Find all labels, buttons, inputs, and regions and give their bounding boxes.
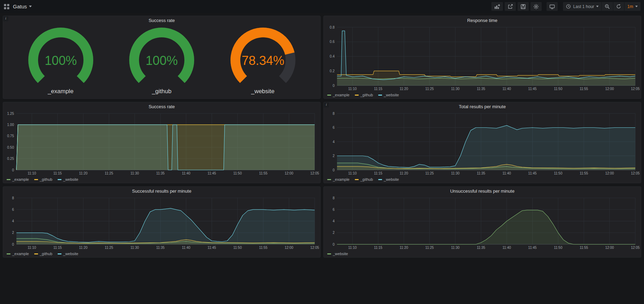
legend-label: _website — [333, 252, 348, 256]
apps-grid-button[interactable] — [3, 3, 10, 10]
navbar-left: Gatus — [3, 3, 32, 10]
gauge-arc: 100% — [118, 27, 205, 88]
legend-item-_example[interactable]: _example — [7, 177, 29, 181]
legend-label: _website — [384, 93, 399, 97]
x-axis-label: 12:00 — [605, 87, 614, 91]
series-area-_website — [337, 210, 635, 244]
gauge-_github: 100%_github — [118, 27, 205, 95]
legend-item-_website[interactable]: _website — [378, 177, 399, 181]
x-axis-label: 11:15 — [53, 246, 62, 250]
legend-item-_website[interactable]: _website — [327, 252, 348, 256]
panel-response-time: Response time 11:1011:1511:2011:2511:301… — [323, 16, 641, 99]
legend-item-_github[interactable]: _github — [355, 177, 373, 181]
x-axis-label: 12:05 — [631, 87, 639, 91]
chart-area[interactable]: 11:1011:1511:2011:2511:3011:3511:4011:45… — [324, 195, 641, 250]
x-axis-label: 11:15 — [374, 246, 383, 250]
x-axis-label: 11:50 — [554, 87, 563, 91]
navbar-right: Last 1 hour 1m — [490, 2, 641, 11]
x-axis-label: 11:15 — [374, 87, 383, 91]
x-axis-label: 12:05 — [631, 246, 639, 250]
legend-item-_example[interactable]: _example — [327, 177, 350, 181]
panel-title[interactable]: Unsuccessful results per minute — [324, 187, 641, 195]
refresh-button[interactable] — [613, 2, 624, 11]
legend-item-_github[interactable]: _github — [34, 252, 52, 256]
chart-legend: _example_github_website — [3, 250, 320, 257]
x-axis-label: 11:25 — [425, 87, 434, 91]
legend-item-_website[interactable]: _website — [378, 93, 399, 97]
panel-success-rate-gauges: i Success rate 100%_example100%_github78… — [3, 16, 321, 99]
x-axis-label: 11:45 — [528, 246, 537, 250]
gauge-label: _example — [48, 88, 74, 95]
x-axis-label: 11:20 — [400, 87, 408, 91]
legend-item-_website[interactable]: _website — [58, 177, 78, 181]
chart-area[interactable]: 11:1011:1511:2011:2511:3011:3511:4011:45… — [324, 111, 641, 176]
dashboard-grid: i Success rate 100%_example100%_github78… — [0, 13, 644, 260]
y-axis-label: 2 — [12, 231, 14, 235]
share-dashboard-button[interactable] — [505, 2, 516, 11]
x-axis-label: 11:25 — [105, 171, 114, 175]
gauge-arc: 78.34% — [219, 27, 307, 88]
tv-mode-icon — [549, 4, 555, 9]
legend-swatch — [7, 253, 10, 254]
save-icon — [520, 4, 526, 9]
legend-swatch — [378, 95, 382, 96]
x-axis-label: 11:35 — [156, 171, 165, 175]
gauge-label: _website — [251, 88, 275, 95]
x-axis-label: 11:40 — [182, 171, 191, 175]
save-dashboard-button[interactable] — [518, 2, 529, 11]
panel-info-icon[interactable]: i — [3, 16, 8, 21]
y-axis-label: 8 — [332, 196, 335, 200]
x-axis-label: 11:15 — [53, 171, 62, 175]
legend-item-_github[interactable]: _github — [355, 93, 373, 97]
x-axis-label: 11:45 — [207, 171, 216, 175]
y-axis-label: 4 — [332, 140, 335, 144]
time-range-label: Last 1 hour — [573, 4, 594, 9]
dashboard-title[interactable]: Gatus — [13, 3, 32, 9]
x-axis-label: 11:30 — [451, 246, 460, 250]
panel-info-icon[interactable]: i — [324, 102, 329, 107]
panel-title[interactable]: Response time — [324, 16, 641, 24]
y-axis-label: 0.75 — [7, 134, 14, 138]
x-axis-label: 11:30 — [131, 171, 139, 175]
navbar: Gatus — [0, 0, 644, 13]
time-range-picker[interactable]: Last 1 hour — [563, 2, 601, 11]
legend-item-_github[interactable]: _github — [34, 177, 52, 181]
chart-successful-results-per-minute: 11:1011:1511:2011:2511:3011:3511:4011:45… — [3, 195, 320, 250]
legend-swatch — [34, 253, 38, 254]
gauge-value: 78.34% — [241, 53, 284, 68]
x-axis-label: 12:05 — [310, 246, 319, 250]
x-axis-label: 11:10 — [348, 246, 357, 250]
y-axis-label: 0 — [332, 84, 335, 88]
y-axis-label: 0 — [12, 243, 14, 246]
chart-legend: _example_github_website — [324, 91, 641, 98]
settings-gear-icon — [533, 4, 539, 9]
panel-title[interactable]: Successful results per minute — [3, 187, 320, 195]
x-axis-label: 11:20 — [400, 246, 408, 250]
y-axis-label: 0 — [332, 243, 335, 246]
x-axis-label: 11:50 — [233, 171, 242, 175]
tv-mode-button[interactable] — [547, 2, 558, 11]
panel-title[interactable]: Success rate — [3, 16, 320, 24]
add-panel-button[interactable] — [491, 2, 503, 11]
x-axis-label: 11:25 — [425, 171, 434, 175]
legend-item-_example[interactable]: _example — [327, 93, 350, 97]
legend-swatch — [355, 179, 359, 180]
refresh-interval-picker[interactable]: 1m — [624, 2, 641, 11]
dashboard-settings-button[interactable] — [530, 2, 542, 11]
y-axis-label: 0.50 — [7, 146, 14, 149]
x-axis-label: 11:10 — [348, 87, 357, 91]
series-line-_website — [337, 210, 635, 244]
chart-area[interactable]: 11:1011:1511:2011:2511:3011:3511:4011:45… — [3, 111, 320, 176]
chart-legend: _example_github_website — [3, 176, 320, 183]
chart-response-time: 11:1011:1511:2011:2511:3011:3511:4011:45… — [324, 24, 641, 91]
panel-title[interactable]: Success rate — [3, 102, 320, 111]
chart-area[interactable]: 11:1011:1511:2011:2511:3011:3511:4011:45… — [324, 24, 641, 91]
refresh-interval-label: 1m — [627, 4, 633, 9]
legend-item-_example[interactable]: _example — [7, 252, 29, 256]
chart-area[interactable]: 11:1011:1511:2011:2511:3011:3511:4011:45… — [3, 195, 320, 250]
legend-item-_website[interactable]: _website — [58, 252, 78, 256]
x-axis-label: 11:20 — [79, 171, 88, 175]
x-axis-label: 11:10 — [28, 171, 36, 175]
zoom-out-button[interactable] — [602, 2, 613, 11]
panel-title[interactable]: Total results per minute — [324, 102, 641, 111]
